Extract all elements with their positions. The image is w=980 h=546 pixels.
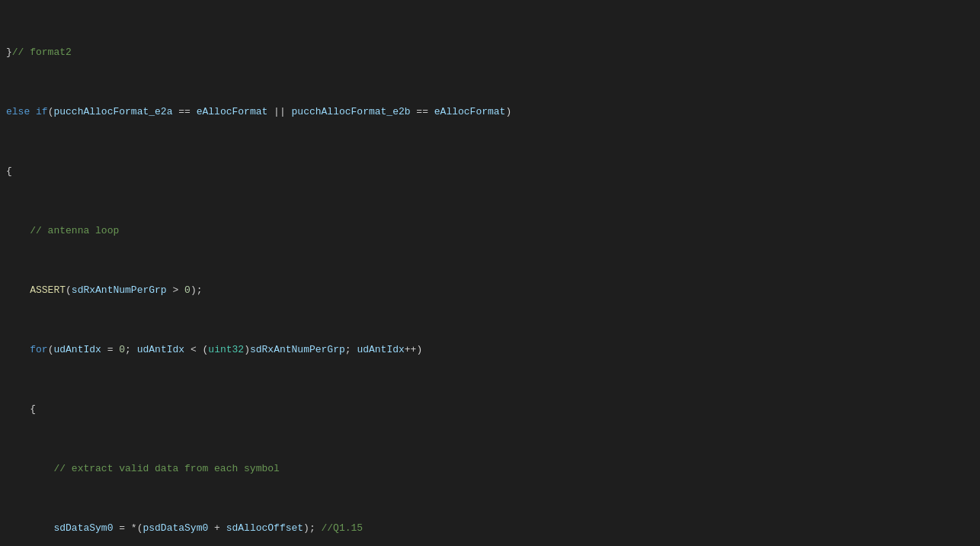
line-4: // antenna loop	[0, 223, 980, 239]
line-8: // extract valid data from each symbol	[0, 461, 980, 477]
code-editor: }// format2 else if(pucchAllocFormat_e2a…	[0, 0, 980, 546]
line-9: sdDataSym0 = *(psdDataSym0 + sdAllocOffs…	[0, 521, 980, 536]
line-5: ASSERT(sdRxAntNumPerGrp > 0);	[0, 283, 980, 298]
line-1: }// format2	[0, 45, 980, 60]
line-6: for(udAntIdx = 0; udAntIdx < (uint32)sdR…	[0, 342, 980, 358]
line-3: {	[0, 164, 980, 179]
line-2: else if(pucchAllocFormat_e2a == eAllocFo…	[0, 104, 980, 120]
line-7: {	[0, 402, 980, 417]
